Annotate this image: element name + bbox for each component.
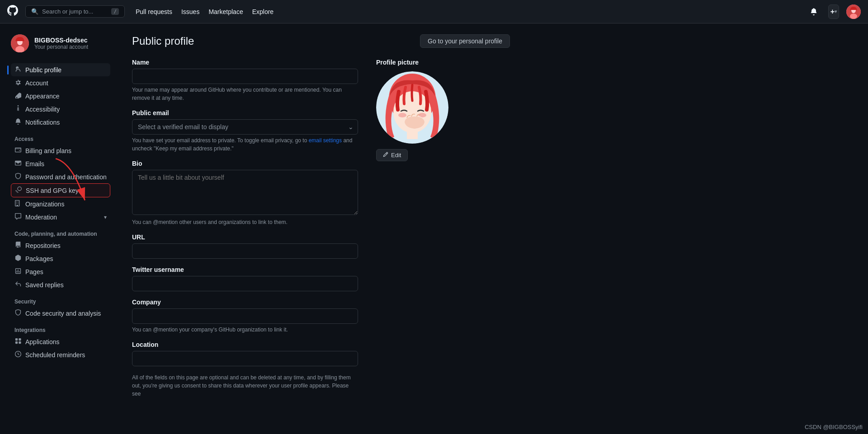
sidebar-item-label: SSH and GPG keys	[26, 187, 82, 194]
sidebar-item-pages[interactable]: Pages	[11, 265, 110, 278]
new-item-button[interactable]: + ▾	[828, 5, 839, 19]
topnav-right: + ▾ ▾	[807, 5, 861, 19]
sidebar-item-moderation[interactable]: Moderation ▾	[11, 210, 110, 224]
email-settings-link[interactable]: email settings	[309, 137, 342, 144]
main-header: Public profile Go to your personal profi…	[132, 34, 510, 48]
sidebar-item-label: Repositories	[25, 242, 61, 249]
pages-icon	[14, 268, 22, 275]
sidebar-item-label: Billing and plans	[25, 147, 71, 154]
company-label: Company	[132, 299, 358, 306]
goto-profile-button[interactable]: Go to your personal profile	[420, 34, 510, 48]
url-input[interactable]	[132, 243, 358, 259]
chevron-down-icon: ▾	[835, 9, 837, 14]
sidebar-item-label: Emails	[25, 160, 44, 168]
sidebar-user-info: BIGBOSS-dedsec Your personal account	[34, 37, 88, 50]
sidebar: BIGBOSS-dedsec Your personal account Pub…	[0, 23, 118, 434]
twitter-input[interactable]	[132, 276, 358, 291]
sidebar-item-label: Moderation	[25, 214, 57, 221]
svg-point-11	[398, 113, 406, 117]
twitter-group: Twitter username	[132, 266, 358, 291]
key-icon	[15, 187, 22, 194]
topnav-pull-requests[interactable]: Pull requests	[136, 8, 172, 15]
code-security-icon	[14, 309, 22, 317]
sidebar-access-nav: Billing and plans Emails Password and au…	[11, 144, 110, 224]
sidebar-item-notifications[interactable]: Notifications	[11, 116, 110, 129]
sidebar-code-label: Code, planning, and automation	[11, 224, 110, 239]
sidebar-item-code-security[interactable]: Code security and analysis	[11, 307, 110, 320]
sidebar-item-label: Password and authentication	[25, 173, 107, 181]
twitter-label: Twitter username	[132, 266, 358, 273]
sidebar-item-repositories[interactable]: Repositories	[11, 239, 110, 252]
user-avatar-menu[interactable]: ▾	[846, 5, 861, 19]
edit-btn-label: Edit	[391, 152, 401, 159]
sidebar-main-nav: Public profile Account Appearance Access…	[11, 63, 110, 129]
topnav-issues[interactable]: Issues	[181, 8, 199, 15]
form-section: Name Your name may appear around GitHub …	[132, 59, 510, 398]
location-label: Location	[132, 341, 358, 348]
sidebar-item-password-auth[interactable]: Password and authentication	[11, 170, 110, 183]
sidebar-item-billing[interactable]: Billing and plans	[11, 144, 110, 157]
apps-icon	[14, 338, 22, 345]
sidebar-item-label: Accessibility	[25, 106, 60, 113]
profile-avatar-image	[376, 71, 448, 144]
sidebar-item-accessibility[interactable]: Accessibility	[11, 103, 110, 116]
sidebar-item-emails[interactable]: Emails	[11, 157, 110, 170]
reply-icon	[14, 281, 22, 289]
url-label: URL	[132, 233, 358, 241]
public-email-select[interactable]: Select a verified email to display	[132, 119, 358, 135]
public-email-group: Public email Select a verified email to …	[132, 109, 358, 153]
sidebar-username: BIGBOSS-dedsec	[34, 37, 88, 44]
shield-icon	[14, 173, 22, 181]
page-wrapper: BIGBOSS-dedsec Your personal account Pub…	[0, 23, 868, 434]
sidebar-item-label: Account	[25, 79, 48, 87]
bell-icon	[14, 118, 22, 126]
sidebar-profile: BIGBOSS-dedsec Your personal account	[11, 34, 110, 52]
topnav-marketplace[interactable]: Marketplace	[208, 8, 243, 15]
notifications-bell-button[interactable]	[807, 5, 821, 19]
sidebar-item-public-profile[interactable]: Public profile	[11, 63, 110, 76]
footer-note: All of the fields on this page are optio…	[132, 373, 358, 398]
form-left: Name Your name may appear around GitHub …	[132, 59, 358, 398]
paintbrush-icon	[14, 92, 22, 100]
sidebar-security-label: Security	[11, 291, 110, 307]
bio-hint: You can @mention other users and organiz…	[132, 218, 358, 226]
name-hint: Your name may appear around GitHub where…	[132, 86, 358, 102]
gear-icon	[14, 79, 22, 87]
repo-icon	[14, 242, 22, 249]
sidebar-item-ssh-gpg[interactable]: SSH and GPG keys	[11, 183, 110, 197]
sidebar-item-scheduled-reminders[interactable]: Scheduled reminders	[11, 348, 110, 361]
search-icon: 🔍	[31, 8, 38, 15]
profile-picture-label: Profile picture	[376, 59, 467, 66]
chevron-down-icon: ▾	[104, 214, 107, 220]
sidebar-item-saved-replies[interactable]: Saved replies	[11, 278, 110, 291]
topnav: 🔍 Search or jump to... / Pull requests I…	[0, 0, 868, 23]
email-select-wrapper: Select a verified email to display	[132, 119, 358, 135]
clock-icon	[14, 351, 22, 359]
name-label: Name	[132, 59, 358, 66]
sidebar-security-nav: Code security and analysis	[11, 307, 110, 320]
company-hint: You can @mention your company's GitHub o…	[132, 326, 358, 334]
sidebar-item-organizations[interactable]: Organizations	[11, 197, 110, 210]
sidebar-item-label: Public profile	[25, 66, 61, 74]
company-group: Company You can @mention your company's …	[132, 299, 358, 334]
profile-picture-circle	[376, 71, 448, 144]
location-input[interactable]	[132, 351, 358, 366]
sidebar-item-appearance[interactable]: Appearance	[11, 89, 110, 103]
plus-icon: +	[830, 8, 835, 16]
sidebar-item-account[interactable]: Account	[11, 76, 110, 89]
search-input[interactable]: 🔍 Search or jump to... /	[25, 5, 125, 18]
name-input[interactable]	[132, 69, 358, 84]
sidebar-integrations-label: Integrations	[11, 320, 110, 335]
edit-avatar-button[interactable]: Edit	[376, 149, 408, 161]
sidebar-item-label: Notifications	[25, 119, 60, 126]
bio-textarea[interactable]	[132, 170, 358, 215]
page-title: Public profile	[132, 35, 194, 47]
svg-point-2	[850, 14, 857, 19]
credit-card-icon	[14, 147, 22, 154]
search-kbd: /	[111, 8, 119, 15]
sidebar-item-label: Packages	[25, 255, 53, 262]
sidebar-item-packages[interactable]: Packages	[11, 252, 110, 265]
company-input[interactable]	[132, 308, 358, 324]
sidebar-item-applications[interactable]: Applications	[11, 335, 110, 348]
topnav-explore[interactable]: Explore	[252, 8, 274, 15]
